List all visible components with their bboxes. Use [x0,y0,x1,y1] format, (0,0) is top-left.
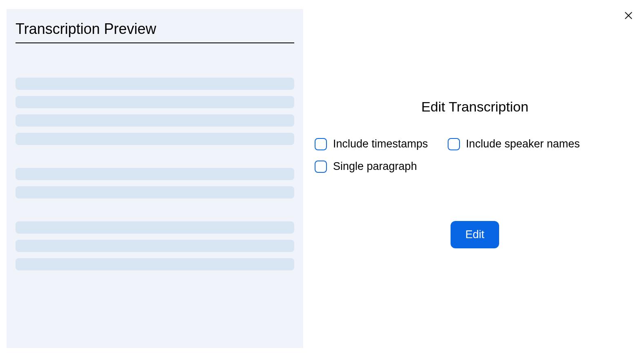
skeleton-block [16,221,294,270]
transcription-skeleton [16,78,294,270]
option-include-timestamps[interactable]: Include timestamps [315,138,428,150]
edit-section: Edit Transcription Include timestamps In… [315,99,635,248]
skeleton-line [16,114,294,127]
skeleton-line [16,258,294,270]
edit-title: Edit Transcription [421,99,529,115]
skeleton-block [16,168,294,199]
editor-panel: Edit Transcription Include timestamps In… [303,0,644,357]
option-single-paragraph[interactable]: Single paragraph [315,160,417,173]
skeleton-line [16,186,294,199]
skeleton-line [16,133,294,145]
checkbox-label: Single paragraph [333,160,417,173]
checkbox-icon [448,138,460,150]
checkbox-label: Include speaker names [466,138,580,150]
option-include-speaker-names[interactable]: Include speaker names [448,138,580,150]
preview-title: Transcription Preview [16,20,294,43]
skeleton-line [16,240,294,252]
skeleton-line [16,96,294,108]
dialog-container: Transcription Preview [0,0,644,357]
edit-button[interactable]: Edit [451,221,499,248]
close-icon [623,10,634,21]
checkbox-label: Include timestamps [333,138,428,150]
skeleton-line [16,221,294,234]
checkbox-icon [315,161,327,173]
close-button[interactable] [622,9,635,22]
options-grid: Include timestamps Include speaker names… [315,138,635,173]
skeleton-block [16,78,294,145]
skeleton-line [16,78,294,90]
skeleton-line [16,168,294,180]
preview-panel: Transcription Preview [7,9,303,348]
checkbox-icon [315,138,327,150]
